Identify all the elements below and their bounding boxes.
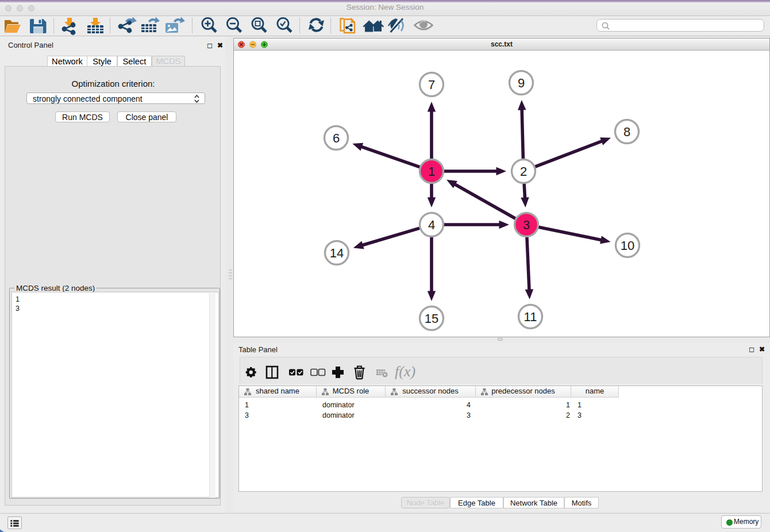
svg-text:10: 10 <box>621 238 634 253</box>
svg-text:9: 9 <box>518 76 525 90</box>
svg-text:2: 2 <box>520 164 527 179</box>
svg-text:8: 8 <box>623 125 630 139</box>
svg-text:3: 3 <box>523 218 530 232</box>
svg-text:1: 1 <box>428 164 435 179</box>
svg-text:7: 7 <box>428 78 435 92</box>
svg-text:4: 4 <box>428 218 435 232</box>
svg-text:6: 6 <box>333 131 340 145</box>
svg-text:11: 11 <box>524 310 537 324</box>
svg-text:14: 14 <box>330 246 344 260</box>
svg-text:15: 15 <box>425 311 438 326</box>
svg-text:f(x): f(x) <box>395 363 415 380</box>
